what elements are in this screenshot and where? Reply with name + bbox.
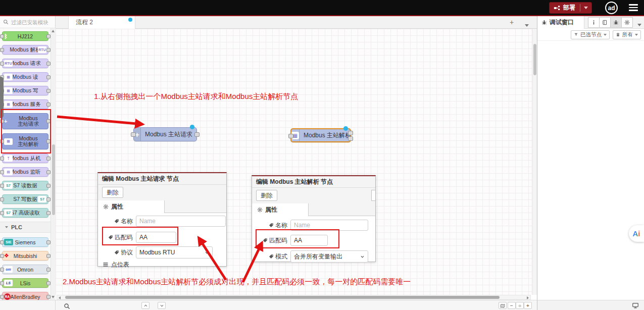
changed-indicator xyxy=(128,18,132,22)
monitor-icon: ▤ xyxy=(4,169,13,175)
sidebar-footer xyxy=(537,300,644,310)
node-port xyxy=(46,48,51,52)
palette-scrollbar[interactable] xyxy=(51,28,56,300)
deploy-options-caret[interactable] xyxy=(584,7,588,9)
match-code-input[interactable] xyxy=(290,235,328,246)
palette-node-modbus-request[interactable]: RTUModbus 请求 xyxy=(2,59,48,68)
point-table-label: 点位表 xyxy=(111,261,129,269)
scrollbar-thumb[interactable] xyxy=(65,296,500,299)
palette-node-modbus-listen[interactable]: ▤Modbus 监听 xyxy=(2,167,48,177)
palette-search-input[interactable] xyxy=(11,17,53,27)
input-port[interactable] xyxy=(131,132,136,137)
canvas-horizontal-scrollbar[interactable] xyxy=(57,295,531,300)
flow-node-modbus-master-parse[interactable]: ▦Modbus 主站解析 xyxy=(290,128,351,142)
flow-tab-label: 流程 2 xyxy=(69,16,135,28)
tab-properties[interactable]: 属性 xyxy=(98,200,165,213)
debug-tab-label: 调试窗口 xyxy=(550,18,574,27)
palette-node-mitsubishi[interactable]: ❖Mitsubishi xyxy=(2,251,48,261)
flow-node-modbus-master-request[interactable]: +Modbus 主站请求 xyxy=(133,127,197,141)
tab-properties[interactable]: 属性 xyxy=(252,203,309,216)
scroll-left-arrow[interactable] xyxy=(59,296,61,299)
output-port-1[interactable] xyxy=(348,131,353,135)
match-code-input[interactable] xyxy=(136,232,176,243)
palette-node-allen-bradley[interactable]: RAAllenBradley xyxy=(2,292,48,300)
filter-selected-nodes-button[interactable]: 已选节点 xyxy=(571,30,610,39)
delete-button[interactable]: 删除 xyxy=(102,187,123,198)
avatar[interactable]: ad xyxy=(605,2,618,14)
scroll-up-arrow[interactable] xyxy=(52,30,55,32)
delete-button[interactable]: 删除 xyxy=(256,190,277,201)
name-input[interactable] xyxy=(290,220,368,231)
tab-flow-2[interactable]: 流程 2 xyxy=(68,16,135,29)
palette-drag-handle[interactable] xyxy=(0,77,4,118)
collapse-up-button[interactable] xyxy=(141,302,150,309)
palette-footer xyxy=(0,300,56,310)
changed-indicator xyxy=(343,126,348,131)
debug-messages-button[interactable] xyxy=(610,17,622,28)
node-port xyxy=(46,139,51,143)
scroll-right-arrow[interactable] xyxy=(527,296,529,299)
palette-node-hj212[interactable]: ᛒHJ212 xyxy=(2,31,48,41)
palette-node-modbus-parse[interactable]: RTUModbus 解析 xyxy=(2,45,48,55)
book-icon xyxy=(602,20,608,25)
mode-select[interactable]: 合并所有变量输出 xyxy=(290,250,368,263)
protocol-select[interactable]: Modbus RTU xyxy=(136,246,213,259)
flow-list-caret-button[interactable] xyxy=(525,21,529,28)
help-button[interactable] xyxy=(599,17,611,28)
palette-node-modbus-write[interactable]: ▦Modbus 写 xyxy=(2,86,48,95)
scrollbar-thumb[interactable] xyxy=(533,44,536,75)
add-flow-button[interactable]: + xyxy=(507,18,517,27)
tag-icon xyxy=(108,235,113,240)
palette-node-label: AllenBradley xyxy=(11,294,40,300)
palette-node-siemens[interactable]: SIESiemens xyxy=(2,237,48,247)
tab-debug-window[interactable]: 调试窗口 xyxy=(537,16,584,29)
zoom-out-button[interactable]: − xyxy=(508,302,516,309)
palette-node-s7-write[interactable]: S7S7 写数据 xyxy=(2,194,48,204)
search-flows-button[interactable] xyxy=(64,302,70,308)
navigator-button[interactable] xyxy=(499,302,507,309)
field-label: 模式 xyxy=(257,252,287,261)
collapse-down-button[interactable] xyxy=(158,302,166,309)
output-port[interactable] xyxy=(194,132,200,137)
palette-node-omron[interactable]: omOmron xyxy=(2,265,48,274)
name-input[interactable] xyxy=(136,216,226,227)
input-port[interactable] xyxy=(288,134,293,138)
palette-node-s7-read[interactable]: S7S7 读数据 xyxy=(2,181,48,190)
node-port xyxy=(46,157,51,161)
chevron-down-icon xyxy=(205,250,209,255)
palette-node-s7-adv-read[interactable]: S7S7 高级读取 xyxy=(2,208,48,218)
palette-node-label: Omron xyxy=(17,267,33,273)
palette-node-modbus-server[interactable]: ▦Modbus 服务 xyxy=(2,99,48,109)
palette-section-label: PLC xyxy=(11,224,22,230)
config-nodes-button[interactable] xyxy=(621,17,633,28)
canvas-vertical-scrollbar[interactable] xyxy=(532,29,537,295)
clear-messages-button[interactable]: 所有 xyxy=(613,30,641,39)
bluetooth-icon: ᛒ xyxy=(4,33,8,39)
node-port xyxy=(0,295,4,299)
main-menu-button[interactable] xyxy=(629,4,638,13)
palette-node-modbus-read[interactable]: ▦Modbus 读 xyxy=(2,72,48,82)
ai-assistant-button[interactable]: Ai xyxy=(629,225,644,242)
info-button[interactable] xyxy=(588,17,600,28)
palette-node-modbus-master-parse[interactable]: ▦Modbus主站解析 xyxy=(2,133,48,149)
scroll-down-arrow[interactable] xyxy=(52,296,55,298)
sidebar-options-caret[interactable] xyxy=(637,21,641,28)
palette-node-label: Modbus 监听 xyxy=(10,169,40,176)
palette-section-plc[interactable]: PLC xyxy=(0,222,51,233)
changed-indicator xyxy=(190,125,194,129)
annotation-step2: 2.Modbus主站请求和Modbus主站解析节必须成对出现，并且匹配码必须一致… xyxy=(63,277,411,287)
palette-node-modbus-master-request[interactable]: +Modbus主站请求 xyxy=(2,113,48,129)
scrollbar-thumb[interactable] xyxy=(52,144,55,215)
zoom-reset-button[interactable]: ○ xyxy=(516,302,524,309)
palette-node-label: S7 读数据 xyxy=(13,182,37,189)
palette-node-lsis[interactable]: LSLSis xyxy=(2,278,48,288)
rockwell-badge: RA xyxy=(4,293,11,300)
zoom-in-button[interactable]: + xyxy=(524,302,532,309)
node-port xyxy=(0,62,4,66)
clipped-button-fragment xyxy=(371,190,375,201)
output-port-2[interactable] xyxy=(348,136,353,141)
deploy-button[interactable]: 部署 xyxy=(549,2,592,14)
palette-node-modbus-slave[interactable]: ᛉModbus 从机 xyxy=(2,153,48,163)
dialog-toolbar: 删除 xyxy=(252,188,375,203)
node-port xyxy=(0,281,4,285)
